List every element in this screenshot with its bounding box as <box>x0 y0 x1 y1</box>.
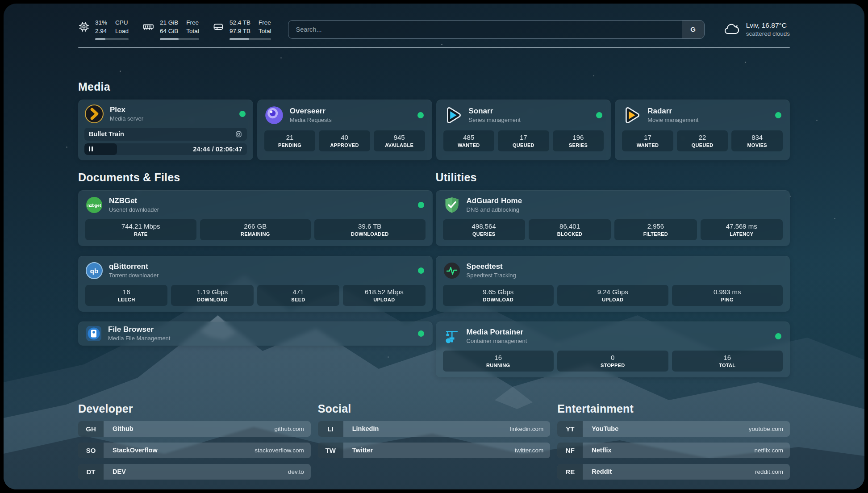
stat-value: 40 <box>321 134 368 141</box>
stat-box: 9.65 Gbps DOWNLOAD <box>443 285 554 306</box>
disk-progress-fill <box>230 38 249 40</box>
bookmark-url: netflix.com <box>754 443 790 458</box>
stat-label: AVAILABLE <box>376 142 423 148</box>
card-speedtest[interactable]: Speedtest Speedtest Tracking 9.65 Gbps D… <box>436 256 790 312</box>
app-title: Sonarr <box>469 107 521 116</box>
search-bar: G <box>288 20 704 39</box>
card-filebrowser[interactable]: File Browser Media File Management <box>78 322 433 346</box>
app-title: Speedtest <box>467 262 516 271</box>
card-sonarr[interactable]: Sonarr Series management 485 WANTED 17 Q… <box>436 100 611 160</box>
stat-box: 9.24 Gbps UPLOAD <box>557 285 668 306</box>
bookmark-url: youtube.com <box>749 421 790 437</box>
stat-value: 17 <box>500 134 547 141</box>
stat-value: 16 <box>445 354 552 361</box>
bookmark-name: Github <box>104 421 275 437</box>
bookmark-reddit[interactable]: RE Reddit reddit.com <box>557 464 790 480</box>
disk-free-label: Free <box>259 19 271 27</box>
section-heading-developer: Developer <box>78 402 311 415</box>
stat-box: 17 WANTED <box>622 130 673 151</box>
bookmark-url: twitter.com <box>515 443 551 458</box>
utilities-column: Utilities Ad <box>436 171 790 377</box>
stat-value: 9.65 Gbps <box>445 288 552 296</box>
stat-box: 0.993 ms PING <box>672 285 783 306</box>
ram-free-value: 21 GiB <box>160 19 178 27</box>
stat-value: 21 <box>266 134 314 141</box>
bookmark-netflix[interactable]: NF Netflix netflix.com <box>557 443 790 458</box>
google-search-button[interactable]: G <box>682 21 704 38</box>
app-subtitle: Media server <box>110 115 143 122</box>
search-input[interactable] <box>288 21 681 38</box>
nzbget-icon: nzbget <box>85 196 103 214</box>
stat-label: WANTED <box>445 142 493 148</box>
status-dot <box>417 112 424 118</box>
now-playing-title: Bullet Train <box>89 130 235 138</box>
card-overseerr[interactable]: Overseerr Media Requests 21 PENDING 40 A… <box>257 100 432 160</box>
bookmark-abbr: DT <box>78 464 104 480</box>
bookmark-youtube[interactable]: YT YouTube youtube.com <box>557 421 790 437</box>
adguard-icon <box>443 196 461 214</box>
card-radarr[interactable]: Radarr Movie management 17 WANTED 22 QUE… <box>615 100 790 160</box>
cpu-widget: 31% 2.94 CPU Load <box>78 19 129 40</box>
bookmark-stackoverflow[interactable]: SO StackOverflow stackoverflow.com <box>78 443 311 458</box>
stat-label: RUNNING <box>445 363 552 368</box>
stat-box: 86,401 BLOCKED <box>529 219 611 240</box>
bookmark-abbr: NF <box>557 443 583 458</box>
stat-box: 834 MOVIES <box>731 130 783 151</box>
bookmark-twitter[interactable]: TW Twitter twitter.com <box>318 443 551 458</box>
disk-total-label: Total <box>259 27 271 36</box>
bookmarks-social: Social LI LinkedIn linkedin.com TW Twitt… <box>318 402 551 480</box>
topbar-divider <box>78 47 790 48</box>
bookmark-github[interactable]: GH Github github.com <box>78 421 311 437</box>
bookmark-name: StackOverflow <box>104 443 255 458</box>
app-title: qBittorrent <box>109 262 159 271</box>
stat-label: TOTAL <box>674 363 781 368</box>
app-title: NZBGet <box>109 196 159 205</box>
radarr-icon <box>622 105 642 125</box>
stat-value: 22 <box>679 134 726 141</box>
sonarr-icon <box>443 105 463 125</box>
stat-label: PENDING <box>266 142 314 148</box>
card-nzbget[interactable]: nzbget NZBGet Usenet downloader 74 <box>78 190 433 246</box>
app-subtitle: Media Requests <box>290 117 332 123</box>
stat-label: FILTERED <box>616 231 695 237</box>
stat-value: 17 <box>624 134 672 141</box>
bookmark-abbr: SO <box>78 443 104 458</box>
status-dot <box>775 333 781 339</box>
stat-label: SEED <box>259 297 338 302</box>
speedtest-icon <box>443 262 461 280</box>
bookmark-linkedin[interactable]: LI LinkedIn linkedin.com <box>318 421 551 437</box>
app-title: AdGuard Home <box>467 196 522 205</box>
stat-label: DOWNLOAD <box>445 297 552 302</box>
card-plex[interactable]: Plex Media server Bullet Train <box>78 100 253 160</box>
cpu-load-value: 2.94 <box>95 27 107 36</box>
stat-box: 40 APPROVED <box>319 130 370 151</box>
status-dot <box>418 330 424 337</box>
stat-value: 9.24 Gbps <box>559 288 667 296</box>
cpu-icon <box>78 21 90 33</box>
stat-value: 485 <box>445 134 493 141</box>
bookmark-abbr: TW <box>318 443 343 458</box>
bookmark-name: LinkedIn <box>343 421 510 437</box>
bookmark-abbr: GH <box>78 421 104 437</box>
card-qbittorrent[interactable]: qb qBittorrent Torrent downloader <box>78 256 433 312</box>
card-portainer[interactable]: Media Portainer Container management 16 … <box>436 322 790 377</box>
disk-widget: 52.4 TB 97.9 TB Free Total <box>213 19 271 40</box>
bookmark-dev[interactable]: DT DEV dev.to <box>78 464 311 480</box>
documents-column: Documents & Files nzbget NZBGet <box>78 171 433 346</box>
pause-icon[interactable] <box>89 146 93 151</box>
cpu-progress-fill <box>95 38 105 40</box>
svg-text:qb: qb <box>90 267 98 275</box>
stat-label: REMAINING <box>202 231 309 237</box>
stat-label: SERIES <box>555 142 602 148</box>
card-adguard[interactable]: AdGuard Home DNS and adblocking 498,564 … <box>436 190 790 246</box>
stat-value: 86,401 <box>530 222 609 230</box>
stat-box: 498,564 QUERIES <box>443 219 525 240</box>
media-grid: Plex Media server Bullet Train <box>78 100 790 160</box>
playback-time: 24:44 / 02:06:47 <box>193 146 242 153</box>
disk-free-value: 52.4 TB <box>230 19 250 27</box>
ram-progress-fill <box>160 38 179 40</box>
dashboard-window: 31% 2.94 CPU Load <box>4 4 864 489</box>
stat-box: 2,956 FILTERED <box>614 219 697 240</box>
weather-widget[interactable]: Lviv, 16.87°C scattered clouds <box>723 21 790 37</box>
stat-box: 618.52 Mbps UPLOAD <box>343 285 425 306</box>
